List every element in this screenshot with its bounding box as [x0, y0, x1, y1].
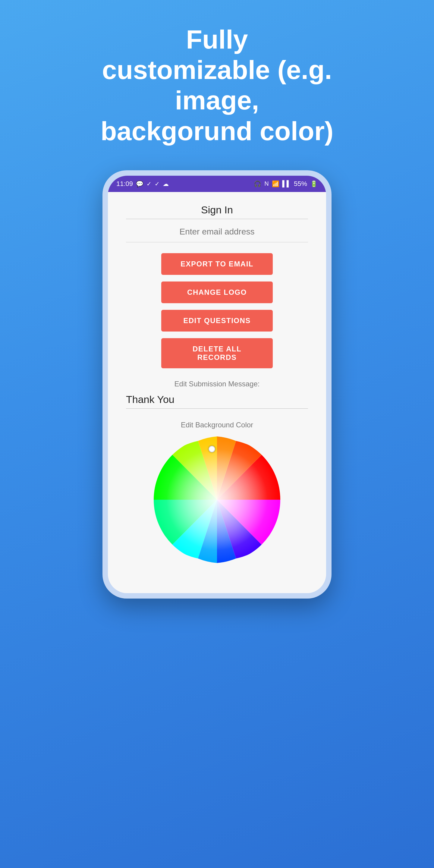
check-icon-2: ✓ — [155, 180, 160, 187]
battery-icon: 🔋 — [310, 180, 318, 187]
color-wheel-container[interactable] — [154, 436, 280, 563]
app-screen: Sign In EXPORT TO EMAIL CHANGE LOGO EDIT… — [108, 192, 326, 593]
check-icon-1: ✓ — [147, 180, 152, 187]
thank-you-input[interactable] — [126, 391, 308, 409]
hero-title: Fully customizable (e.g. image, backgoru… — [82, 24, 352, 146]
sign-in-title: Sign In — [126, 204, 308, 219]
svg-point-1 — [154, 436, 280, 563]
color-picker-label: Edit Background Color — [181, 421, 253, 429]
phone-mockup: 11:09 💬 ✓ ✓ ☁ 🎧 N 📶 ▌▌ 55% 🔋 Sign In EXP… — [102, 170, 332, 598]
time-display: 11:09 — [116, 180, 133, 188]
voicemail-icon: 💬 — [136, 180, 144, 187]
cloud-icon: ☁ — [163, 180, 169, 187]
nfc-icon: N — [264, 180, 269, 187]
phone-screen: 11:09 💬 ✓ ✓ ☁ 🎧 N 📶 ▌▌ 55% 🔋 Sign In EXP… — [108, 176, 326, 593]
headphone-icon: 🎧 — [254, 180, 261, 187]
status-bar: 11:09 💬 ✓ ✓ ☁ 🎧 N 📶 ▌▌ 55% 🔋 — [108, 176, 326, 192]
delete-all-records-button[interactable]: DELETE ALL RECORDS — [161, 338, 273, 368]
email-input[interactable] — [126, 221, 308, 242]
edit-questions-button[interactable]: EDIT QUESTIONS — [161, 310, 273, 332]
color-picker-cursor[interactable] — [209, 446, 215, 453]
color-wheel-svg[interactable] — [154, 436, 280, 563]
status-bar-right: 🎧 N 📶 ▌▌ 55% 🔋 — [254, 180, 318, 188]
submission-message-label: Edit Submission Message: — [175, 380, 260, 388]
battery-display: 55% — [294, 180, 307, 188]
export-email-button[interactable]: EXPORT TO EMAIL — [161, 253, 273, 275]
change-logo-button[interactable]: CHANGE LOGO — [161, 281, 273, 303]
signal-icon: ▌▌ — [282, 180, 291, 187]
status-bar-left: 11:09 💬 ✓ ✓ ☁ — [116, 180, 169, 188]
wifi-icon: 📶 — [272, 180, 279, 187]
